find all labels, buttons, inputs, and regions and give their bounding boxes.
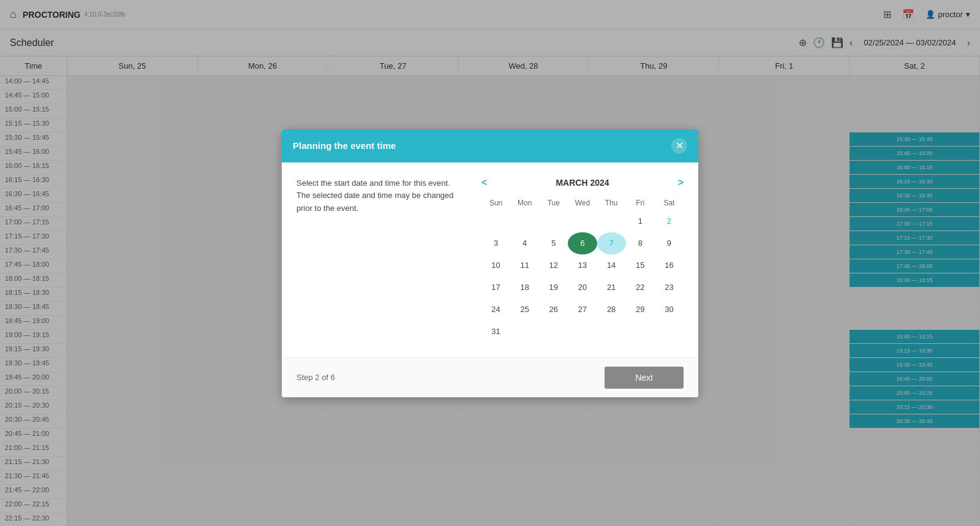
modal-title: Planning the event time: [293, 140, 396, 151]
calendar-day[interactable]: 31: [481, 321, 510, 343]
calendar-day[interactable]: 19: [539, 276, 568, 299]
modal-overlay: Planning the event time ✕ Select the sta…: [0, 0, 980, 526]
modal-header: Planning the event time ✕: [282, 129, 698, 162]
calendar-day[interactable]: 22: [626, 276, 655, 299]
calendar-day[interactable]: 18: [510, 276, 539, 299]
modal-close-button[interactable]: ✕: [671, 138, 687, 154]
calendar-day[interactable]: 15: [626, 254, 655, 276]
calendar-day[interactable]: 14: [597, 254, 626, 276]
calendar-day: [568, 210, 597, 232]
step-label: Step 2 of 6: [296, 373, 335, 382]
calendar-day: [510, 210, 539, 232]
calendar-day-header: Sun: [481, 196, 510, 210]
calendar-day: [626, 321, 655, 343]
calendar-day[interactable]: 6: [568, 232, 597, 254]
calendar-day[interactable]: 23: [655, 276, 684, 299]
calendar-day: [568, 321, 597, 343]
calendar-day-header: Mon: [510, 196, 539, 210]
calendar-day-header: Wed: [568, 196, 597, 210]
calendar-day[interactable]: 9: [655, 232, 684, 254]
calendar-day[interactable]: 27: [568, 299, 597, 321]
next-month-button[interactable]: >: [678, 177, 684, 188]
calendar-day[interactable]: 7: [597, 232, 626, 254]
calendar-day[interactable]: 29: [626, 299, 655, 321]
calendar-day-header: Fri: [626, 196, 655, 210]
calendar-day[interactable]: 1: [626, 210, 655, 232]
calendar-day: [655, 321, 684, 343]
modal-footer: Step 2 of 6 Next: [282, 357, 698, 397]
calendar-day-header: Sat: [655, 196, 684, 210]
mini-cal-header: < MARCH 2024 >: [481, 177, 684, 188]
calendar-month: MARCH 2024: [556, 178, 609, 188]
calendar-day[interactable]: 24: [481, 299, 510, 321]
calendar-day: [481, 210, 510, 232]
calendar-day[interactable]: 11: [510, 254, 539, 276]
calendar-day: [539, 210, 568, 232]
prev-month-button[interactable]: <: [481, 177, 487, 188]
calendar-grid: SunMonTueWedThuFriSat1234567891011121314…: [481, 196, 684, 343]
calendar-day[interactable]: 8: [626, 232, 655, 254]
calendar-day: [597, 210, 626, 232]
calendar-day[interactable]: 17: [481, 276, 510, 299]
calendar-day[interactable]: 21: [597, 276, 626, 299]
calendar-day[interactable]: 3: [481, 232, 510, 254]
calendar-day-header: Thu: [597, 196, 626, 210]
mini-calendar: < MARCH 2024 > SunMonTueWedThuFriSat1234…: [481, 177, 684, 343]
calendar-day[interactable]: 12: [539, 254, 568, 276]
calendar-day: [597, 321, 626, 343]
modal-description: Select the start date and time for this …: [296, 177, 463, 343]
calendar-day[interactable]: 25: [510, 299, 539, 321]
calendar-day[interactable]: 26: [539, 299, 568, 321]
calendar-day: [539, 321, 568, 343]
calendar-day[interactable]: 20: [568, 276, 597, 299]
modal-body: Select the start date and time for this …: [282, 162, 698, 357]
calendar-day[interactable]: 2: [655, 210, 684, 232]
calendar-day[interactable]: 4: [510, 232, 539, 254]
calendar-day: [510, 321, 539, 343]
calendar-day[interactable]: 5: [539, 232, 568, 254]
calendar-day[interactable]: 10: [481, 254, 510, 276]
calendar-day[interactable]: 16: [655, 254, 684, 276]
calendar-day[interactable]: 13: [568, 254, 597, 276]
calendar-day[interactable]: 28: [597, 299, 626, 321]
next-button[interactable]: Next: [605, 367, 684, 389]
modal: Planning the event time ✕ Select the sta…: [282, 129, 698, 397]
calendar-day[interactable]: 30: [655, 299, 684, 321]
calendar-day-header: Tue: [539, 196, 568, 210]
